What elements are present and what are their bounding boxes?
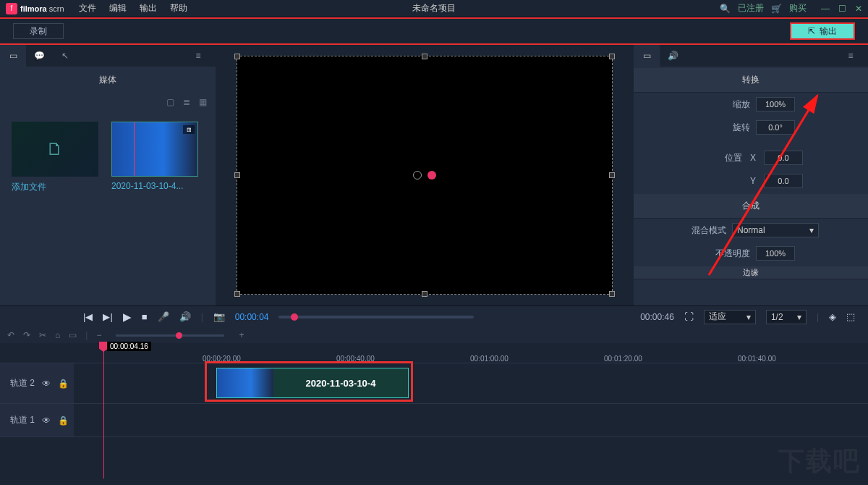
tab-media[interactable]: ▭: [0, 45, 26, 67]
redo-button[interactable]: ↷: [23, 330, 30, 340]
timeline-clip[interactable]: 2020-11-03-10-4: [216, 368, 409, 398]
undo-button[interactable]: ↶: [7, 330, 14, 340]
cut-button[interactable]: ✂: [39, 330, 46, 340]
tab-annotation[interactable]: 💬: [26, 45, 52, 67]
cart-icon[interactable]: 🛒: [771, 4, 782, 14]
visibility-icon[interactable]: 👁: [42, 379, 51, 389]
volume-icon[interactable]: 🔊: [179, 311, 191, 322]
menu-help[interactable]: 帮助: [170, 2, 187, 14]
play-button[interactable]: ▶: [123, 311, 132, 324]
menu-edit[interactable]: 编辑: [109, 2, 127, 14]
ruler-tick: 00:01:20.00: [604, 355, 642, 363]
track-2: 轨道 2 👁 🔒 2020-11-03-10-4: [0, 363, 868, 404]
zoom-in-button[interactable]: +: [239, 330, 244, 340]
anchor-dot[interactable]: [427, 171, 436, 180]
registered-label[interactable]: 已注册: [738, 2, 764, 14]
marker-button[interactable]: ⌂: [55, 330, 60, 340]
tab-cursor[interactable]: ↖: [52, 45, 78, 67]
tab-props-more[interactable]: ≡: [838, 45, 864, 67]
clip-badge-icon: ⊞: [183, 125, 195, 134]
window-controls: — ☐ ✕: [821, 4, 862, 14]
anchor-ring[interactable]: [413, 171, 422, 180]
stop-button[interactable]: ■: [142, 311, 148, 322]
fit-value: 适应: [709, 311, 726, 323]
timeline-ruler[interactable]: 00:00:04.16 00:00:20.00 00:00:40.00 00:0…: [0, 343, 868, 363]
prev-button[interactable]: |◀: [83, 311, 93, 322]
titlebar: f filmora scrn 文件 编辑 输出 帮助 未命名项目 🔍 已注册 🛒…: [0, 0, 868, 17]
resize-handle[interactable]: [234, 54, 240, 59]
zoom-handle[interactable]: [176, 332, 182, 339]
scale-row: 缩放: [634, 93, 868, 116]
resize-handle[interactable]: [234, 291, 240, 297]
media-tabs: ▭ 💬 ↖ ≡: [0, 45, 216, 67]
export-label: 输出: [820, 25, 837, 38]
clip-name: 2020-11-03-10-4: [273, 368, 408, 397]
fit-select[interactable]: 适应▾: [704, 310, 756, 324]
preview-area: [216, 45, 634, 305]
import-icon[interactable]: ▢: [166, 97, 174, 107]
rotate-input[interactable]: [756, 120, 795, 135]
minimize-button[interactable]: —: [821, 4, 830, 14]
progress-handle[interactable]: [291, 313, 298, 321]
zoom-out-button[interactable]: −: [96, 330, 101, 340]
blend-select[interactable]: Normal▾: [732, 223, 819, 237]
position-y-input[interactable]: [764, 174, 803, 188]
grid-view-icon[interactable]: ▦: [199, 97, 207, 107]
lock-icon[interactable]: 🔒: [58, 416, 69, 426]
scale-input[interactable]: [756, 97, 795, 111]
resize-handle[interactable]: [234, 172, 240, 178]
close-button[interactable]: ✕: [855, 4, 862, 14]
split-button[interactable]: ▭: [69, 330, 77, 340]
next-button[interactable]: ▶|: [103, 311, 112, 322]
zoom-slider[interactable]: [116, 334, 224, 337]
position-y-row: Y: [634, 169, 868, 193]
position-x-input[interactable]: [764, 151, 803, 165]
media-add-file[interactable]: 🗋 添加文件: [12, 122, 98, 193]
resize-handle[interactable]: [422, 54, 427, 59]
clip-thumb: ⊞: [111, 122, 198, 177]
buy-label[interactable]: 购买: [789, 2, 807, 14]
position-label: 位置: [699, 152, 742, 164]
track-1: 轨道 1 👁 🔒: [0, 404, 868, 437]
resize-handle[interactable]: [609, 291, 615, 297]
resize-handle[interactable]: [609, 54, 615, 59]
playback-bar: |◀ ▶| ▶ ■ 🎤 🔊 | 📷 00:00:04 00:00:46 ⛶ 适应…: [0, 305, 868, 327]
opacity-row: 不透明度: [634, 242, 868, 265]
progress-bar[interactable]: [278, 316, 474, 319]
marker-icon[interactable]: ◈: [829, 311, 836, 322]
speed-select[interactable]: 1/2▾: [766, 310, 807, 324]
search-icon[interactable]: 🔍: [720, 4, 731, 14]
mic-icon[interactable]: 🎤: [158, 311, 169, 322]
opacity-input[interactable]: [756, 246, 795, 261]
logo-icon: f: [6, 3, 17, 14]
list-view-icon[interactable]: ≣: [183, 97, 190, 107]
preview-canvas[interactable]: [237, 56, 613, 295]
tab-video-props[interactable]: ▭: [634, 45, 660, 67]
track-1-body[interactable]: [75, 404, 868, 436]
edit-toolbar: ↶ ↷ ✂ ⌂ ▭ | − +: [0, 327, 868, 343]
crop-icon[interactable]: ⬚: [846, 311, 855, 322]
export-button[interactable]: ⇱ 输出: [790, 22, 855, 40]
track-2-head: 轨道 2 👁 🔒: [0, 363, 75, 403]
speed-value: 1/2: [771, 312, 783, 322]
lock-icon[interactable]: 🔒: [58, 379, 69, 389]
media-clip-item[interactable]: ⊞ 2020-11-03-10-4...: [111, 122, 198, 193]
menu-file[interactable]: 文件: [79, 2, 96, 14]
maximize-button[interactable]: ☐: [838, 4, 846, 14]
resize-handle[interactable]: [422, 291, 427, 297]
fullscreen-icon[interactable]: ⛶: [684, 311, 694, 322]
file-icon: 🗋: [46, 139, 64, 159]
main-menu: 文件 编辑 输出 帮助: [79, 2, 187, 14]
tab-more[interactable]: ≡: [185, 45, 211, 67]
visibility-icon[interactable]: 👁: [42, 416, 51, 426]
track-1-label: 轨道 1: [10, 414, 35, 426]
tab-audio-props[interactable]: 🔊: [660, 45, 686, 67]
track-2-body[interactable]: 2020-11-03-10-4: [75, 363, 868, 403]
main-area: ▭ 💬 ↖ ≡ 媒体 ▢ ≣ ▦ 🗋 添加文件 ⊞ 2020-11-03-10-…: [0, 45, 868, 305]
media-panel: ▭ 💬 ↖ ≡ 媒体 ▢ ≣ ▦ 🗋 添加文件 ⊞ 2020-11-03-10-…: [0, 45, 216, 305]
snapshot-button[interactable]: 📷: [213, 311, 225, 322]
record-button[interactable]: 录制: [13, 23, 64, 39]
resize-handle[interactable]: [609, 172, 615, 178]
ruler-tick: 00:01:00.00: [470, 355, 509, 363]
menu-output[interactable]: 输出: [140, 2, 157, 14]
